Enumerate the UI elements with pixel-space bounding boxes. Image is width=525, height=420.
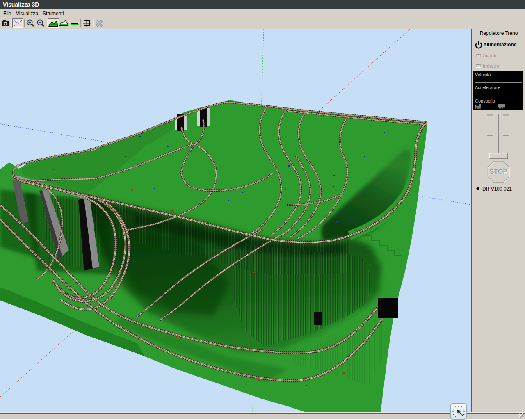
svg-text:Avanti: Avanti: [483, 53, 496, 59]
svg-text:Alimentazione: Alimentazione: [483, 42, 517, 48]
svg-text:Convoglio: Convoglio: [475, 98, 495, 103]
svg-text:STOP: STOP: [490, 168, 508, 175]
svg-text:Regolatore Treno: Regolatore Treno: [480, 30, 518, 36]
svg-text:Acceleratore: Acceleratore: [475, 85, 500, 90]
svg-text:DR V100 021: DR V100 021: [482, 186, 512, 192]
svg-text:Velocità: Velocità: [475, 72, 491, 77]
svg-text:Indietro: Indietro: [483, 63, 499, 69]
